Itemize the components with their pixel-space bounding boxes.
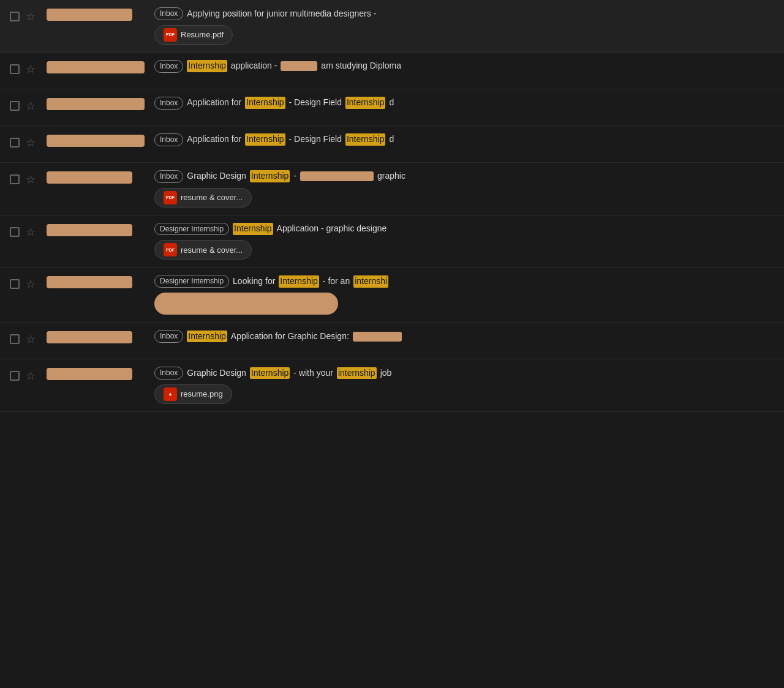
email-content: Designer Internship Internship Applicati…	[154, 223, 774, 260]
subject-text: d	[389, 133, 394, 146]
email-controls: ☆	[10, 7, 47, 23]
email-content: Inbox Internship Application for Graphic…	[154, 330, 774, 343]
star-icon[interactable]: ☆	[26, 99, 36, 113]
subject-line: Inbox Internship application - am studyi…	[154, 60, 774, 73]
star-icon[interactable]: ☆	[26, 225, 36, 239]
subject-text: Application for	[187, 97, 241, 109]
sender-name	[47, 368, 132, 380]
star-icon[interactable]: ☆	[26, 173, 36, 186]
star-icon[interactable]: ☆	[26, 277, 36, 291]
subject-text: Application for Graphic Design:	[231, 331, 349, 343]
highlight-internship: Internship	[245, 133, 285, 146]
email-row[interactable]: ☆ Inbox Graphic Design Internship - grap…	[0, 163, 784, 215]
attachment-pill[interactable]: PDF Resume.pdf	[154, 25, 233, 45]
sender-block	[47, 60, 145, 73]
redacted-block	[281, 61, 317, 71]
subject-text: Graphic Design	[187, 170, 246, 182]
email-content: Inbox Applying position for junior multi…	[154, 7, 774, 45]
email-checkbox[interactable]	[10, 371, 20, 381]
subject-text: Graphic Design	[187, 367, 246, 380]
subject-line: Designer Internship Internship Applicati…	[154, 223, 774, 236]
pdf-icon: PDF	[164, 243, 177, 256]
email-checkbox[interactable]	[10, 12, 20, 21]
tag-inbox: Inbox	[154, 97, 183, 110]
sender-block	[47, 97, 145, 110]
email-content: Designer Internship Looking for Internsh…	[154, 275, 774, 315]
highlight-internship: Internship	[250, 367, 290, 380]
subject-text: Application for	[187, 133, 241, 146]
subject-text: application -	[231, 60, 277, 72]
sender-block	[47, 7, 145, 21]
pdf-icon: PDF	[164, 28, 177, 42]
tag-inbox: Inbox	[154, 60, 183, 73]
attachment-name: resume.png	[181, 389, 223, 398]
email-checkbox[interactable]	[10, 138, 20, 148]
tag-inbox: Inbox	[154, 367, 183, 380]
subject-text: - with your	[293, 367, 333, 380]
email-row[interactable]: ☆ Inbox Application for Internship - Des…	[0, 89, 784, 126]
email-controls: ☆	[10, 97, 47, 113]
tag-inbox: Inbox	[154, 330, 183, 343]
highlight-internship2: internshi	[353, 275, 388, 288]
email-row[interactable]: ☆ Inbox Graphic Design Internship - with…	[0, 359, 784, 412]
subject-line: Inbox Application for Internship - Desig…	[154, 133, 774, 146]
email-checkbox[interactable]	[10, 279, 20, 289]
star-icon[interactable]: ☆	[26, 332, 36, 346]
sender-name	[47, 171, 132, 184]
star-icon[interactable]: ☆	[26, 136, 36, 149]
email-checkbox[interactable]	[10, 227, 20, 237]
redacted-block	[300, 171, 374, 181]
tag-inbox: Inbox	[154, 170, 183, 183]
email-checkbox[interactable]	[10, 101, 20, 111]
star-icon[interactable]: ☆	[26, 62, 36, 76]
sender-name	[47, 331, 132, 343]
star-icon[interactable]: ☆	[26, 10, 36, 23]
email-controls: ☆	[10, 367, 47, 383]
email-content: Inbox Graphic Design Internship - graphi…	[154, 170, 774, 208]
email-row[interactable]: ☆ Designer Internship Internship Applica…	[0, 215, 784, 268]
attachment-name: Resume.pdf	[181, 30, 224, 39]
sender-block	[47, 275, 145, 288]
highlight-internship: Internship	[279, 275, 318, 288]
tag-designer-internship: Designer Internship	[154, 223, 229, 236]
attachment-pill[interactable]: PDF resume & cover...	[154, 188, 252, 208]
subject-text: Looking for	[233, 275, 275, 288]
sender-name	[47, 276, 132, 288]
attachment-area	[154, 293, 774, 315]
email-row[interactable]: ☆ Inbox Internship Application for Graph…	[0, 323, 784, 359]
subject-text: - for an	[323, 275, 350, 288]
subject-text: job	[380, 367, 392, 380]
email-controls: ☆	[10, 223, 47, 239]
email-checkbox[interactable]	[10, 174, 20, 184]
highlight-internship: Internship	[187, 331, 227, 343]
email-row[interactable]: ☆ Inbox Application for Internship - Des…	[0, 126, 784, 163]
email-controls: ☆	[10, 330, 47, 346]
email-row[interactable]: ☆ Designer Internship Looking for Intern…	[0, 267, 784, 323]
tag-inbox: Inbox	[154, 7, 183, 20]
subject-text: - Design Field	[289, 133, 342, 146]
subject-text: am studying Diploma	[321, 60, 401, 72]
attachment-pill[interactable]: PDF resume & cover...	[154, 240, 252, 260]
email-content: Inbox Graphic Design Internship - with y…	[154, 367, 774, 404]
email-checkbox[interactable]	[10, 334, 20, 344]
sender-block	[47, 223, 145, 236]
highlight-internship: Internship	[250, 170, 290, 182]
redacted-pill	[154, 293, 338, 315]
sender-block	[47, 170, 145, 184]
highlight-internship: Internship	[187, 60, 227, 72]
email-checkbox[interactable]	[10, 64, 20, 74]
attachment-name: resume & cover...	[181, 245, 243, 255]
highlight-internship: Internship	[245, 97, 285, 109]
email-row[interactable]: ☆ Inbox Internship application - am stud…	[0, 53, 784, 89]
subject-line: Inbox Internship Application for Graphic…	[154, 330, 774, 343]
sender-block	[47, 330, 145, 343]
sender-block	[47, 133, 145, 147]
redacted-block	[353, 332, 402, 342]
email-content: Inbox Application for Internship - Desig…	[154, 133, 774, 146]
email-row[interactable]: ☆ Inbox Applying position for junior mul…	[0, 0, 784, 53]
subject-text: graphic	[377, 170, 405, 182]
attachment-name: resume & cover...	[181, 193, 243, 202]
attachment-pill[interactable]: ▲ resume.png	[154, 384, 232, 404]
star-icon[interactable]: ☆	[26, 369, 36, 383]
email-controls: ☆	[10, 60, 47, 76]
